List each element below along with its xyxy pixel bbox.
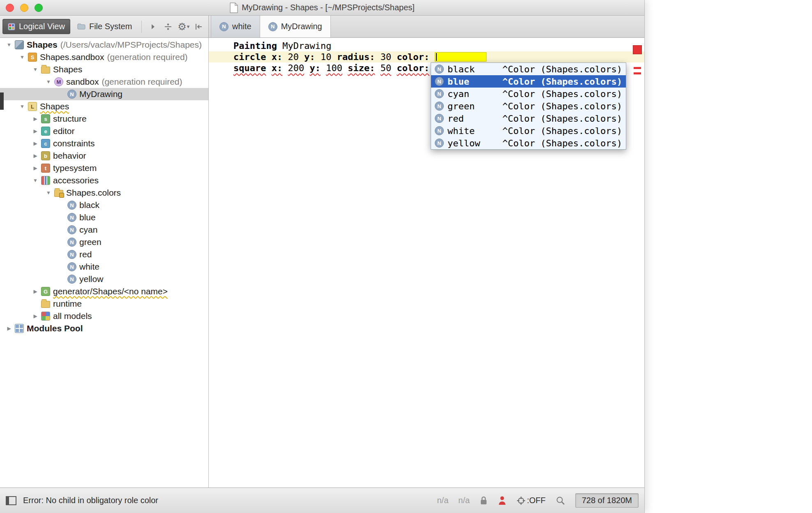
close-window-button[interactable] <box>6 4 14 12</box>
tree-item-constraints[interactable]: ▶cconstraints <box>0 137 208 150</box>
tree-item-label: red <box>79 250 92 259</box>
tab-file-system[interactable]: File System <box>72 19 137 34</box>
search-icon[interactable] <box>556 496 565 506</box>
tree-item-shapes-sandbox[interactable]: ▼SShapes.sandbox(generation required) <box>0 51 208 63</box>
completion-item-name: white <box>448 126 475 136</box>
document-icon <box>230 2 238 13</box>
chevron-right-icon[interactable]: ▶ <box>30 153 41 159</box>
memory-indicator[interactable]: 728 of 1820M <box>575 493 639 508</box>
gear-icon[interactable]: ⚙▾ <box>177 18 190 35</box>
tree-item-blue[interactable]: Nblue <box>0 211 208 224</box>
code-token: color: <box>397 52 429 62</box>
tab-logical-view[interactable]: Logical View <box>2 19 70 34</box>
chevron-down-icon[interactable]: ▼ <box>16 104 28 109</box>
titlebar[interactable]: MyDrawing - Shapes - [~/MPSProjects/Shap… <box>0 0 644 16</box>
code-line-1[interactable]: Painting MyDrawing <box>209 40 644 51</box>
lock-icon[interactable] <box>480 496 488 506</box>
tree-item-shapes-colors[interactable]: ▼Shapes.colors <box>0 187 208 199</box>
tree-item-label: Shapes <box>53 65 82 74</box>
file-system-icon <box>77 23 85 30</box>
hector-inspector-icon[interactable] <box>498 496 507 506</box>
tree-item-editor[interactable]: ▶eeditor <box>0 125 208 137</box>
tree-item-label: white <box>79 262 99 272</box>
completion-item-blue[interactable]: Nblue^Color (Shapes.colors) <box>431 75 626 88</box>
highlight-level-toggle[interactable]: :OFF <box>517 496 546 505</box>
error-stripe-mark[interactable] <box>634 67 641 69</box>
completion-item-name: cyan <box>448 89 469 99</box>
mps-window: MyDrawing - Shapes - [~/MPSProjects/Shap… <box>0 0 644 513</box>
tree-item-runtime[interactable]: runtime <box>0 298 208 310</box>
tree-item-mydrawing[interactable]: NMyDrawing <box>0 88 208 100</box>
tab-label: Logical View <box>19 22 65 31</box>
chevron-right-icon[interactable]: ▶ <box>3 326 15 331</box>
code-token: y: <box>309 63 321 73</box>
tool-window-stripe-button[interactable] <box>0 92 4 110</box>
crosshair-icon <box>517 496 526 505</box>
completion-item-yellow[interactable]: Nyellow^Color (Shapes.colors) <box>431 137 626 149</box>
code-token <box>321 63 326 73</box>
chevron-right-icon[interactable]: ▶ <box>30 289 41 294</box>
chevron-down-icon[interactable]: ▼ <box>43 79 54 85</box>
chevron-down-icon[interactable]: ▼ <box>43 190 54 196</box>
chevron-right-icon[interactable] <box>146 18 159 35</box>
tree-item-structure[interactable]: ▶sstructure <box>0 113 208 125</box>
toolbar-separator <box>141 21 142 33</box>
completion-item-black[interactable]: Nblack^Color (Shapes.colors) <box>431 63 626 75</box>
chevron-right-icon[interactable]: ▶ <box>30 313 41 319</box>
tree-item-all-models[interactable]: ▶all models <box>0 310 208 322</box>
code-token <box>277 41 282 51</box>
minimize-window-button[interactable] <box>20 4 28 12</box>
window-title-area: MyDrawing - Shapes - [~/MPSProjects/Shap… <box>230 2 415 13</box>
tree-item-red[interactable]: Nred <box>0 248 208 261</box>
zoom-window-button[interactable] <box>35 4 43 12</box>
tree-item-black[interactable]: Nblack <box>0 199 208 211</box>
chevron-right-icon[interactable]: ▶ <box>30 165 41 171</box>
chevron-down-icon[interactable]: ▼ <box>16 54 28 60</box>
chevron-down-icon[interactable]: ▼ <box>3 42 15 48</box>
chevron-right-icon[interactable]: ▶ <box>30 128 41 134</box>
chevron-down-icon[interactable]: ▼ <box>30 178 41 183</box>
code-line-2[interactable]: circle x: 20 y: 10 radius: 30 color: <box>209 51 644 62</box>
chevron-down-icon[interactable]: ▼ <box>30 67 41 72</box>
toolwindow-toggle-icon[interactable] <box>6 496 16 505</box>
tree-item-white[interactable]: Nwhite <box>0 261 208 273</box>
tree-item-generator-shapes-no-name[interactable]: ▶Ggenerator/Shapes/<no name> <box>0 285 208 298</box>
code-token: square <box>233 63 266 73</box>
tree-item-accessories[interactable]: ▼accessories <box>0 174 208 187</box>
completion-item-green[interactable]: Ngreen^Color (Shapes.colors) <box>431 100 626 112</box>
window-title: MyDrawing - Shapes - [~/MPSProjects/Shap… <box>242 3 415 12</box>
editor-tab-mydrawing[interactable]: N MyDrawing <box>260 16 331 37</box>
tree-item-modules-pool[interactable]: ▶Modules Pool <box>0 322 208 335</box>
completion-item-red[interactable]: Nred^Color (Shapes.colors) <box>431 112 626 125</box>
error-stripe-mark[interactable] <box>634 72 641 74</box>
main-content: ▼Shapes(/Users/vaclav/MPSProjects/Shapes… <box>0 38 644 488</box>
tree-item-shapes[interactable]: ▼LShapes <box>0 100 208 113</box>
column-indicator: n/a <box>458 496 470 505</box>
chevron-right-icon[interactable]: ▶ <box>30 141 41 146</box>
tree-item-behavior[interactable]: ▶bbehavior <box>0 150 208 162</box>
completion-item-white[interactable]: Nwhite^Color (Shapes.colors) <box>431 125 626 137</box>
tree-item-suffix: (generation required) <box>107 52 187 62</box>
tree-item-cyan[interactable]: Ncyan <box>0 224 208 236</box>
tree-item-label: constraints <box>53 139 95 148</box>
tree-item-shapes[interactable]: ▼Shapes(/Users/vaclav/MPSProjects/Shapes… <box>0 39 208 51</box>
folder-icon <box>41 67 50 74</box>
tree-item-yellow[interactable]: Nyellow <box>0 273 208 285</box>
collapse-panel-icon[interactable] <box>192 18 206 35</box>
error-stripe-indicator[interactable] <box>633 45 642 54</box>
editing-cell[interactable] <box>435 52 487 62</box>
tree-item-shapes[interactable]: ▼Shapes <box>0 63 208 76</box>
node-n-icon: N <box>67 275 76 284</box>
chevron-right-icon[interactable]: ▶ <box>30 116 41 122</box>
tree-item-typesystem[interactable]: ▶ttypesystem <box>0 162 208 174</box>
tree-item-label: black <box>79 200 99 210</box>
status-bar-widgets: n/a n/a :OFF 728 of 1820M <box>437 493 639 508</box>
completion-item-cyan[interactable]: Ncyan^Color (Shapes.colors) <box>431 88 626 100</box>
tree-item-sandbox[interactable]: ▼Msandbox(generation required) <box>0 76 208 88</box>
logical-view-icon <box>8 23 15 30</box>
tree-item-green[interactable]: Ngreen <box>0 236 208 248</box>
autoscroll-icon[interactable] <box>161 18 175 35</box>
editor-tab-white[interactable]: N white <box>211 16 260 37</box>
editor-tab-label: MyDrawing <box>281 22 322 31</box>
editor-pane[interactable]: Painting MyDrawingcircle x: 20 y: 10 rad… <box>209 38 644 488</box>
